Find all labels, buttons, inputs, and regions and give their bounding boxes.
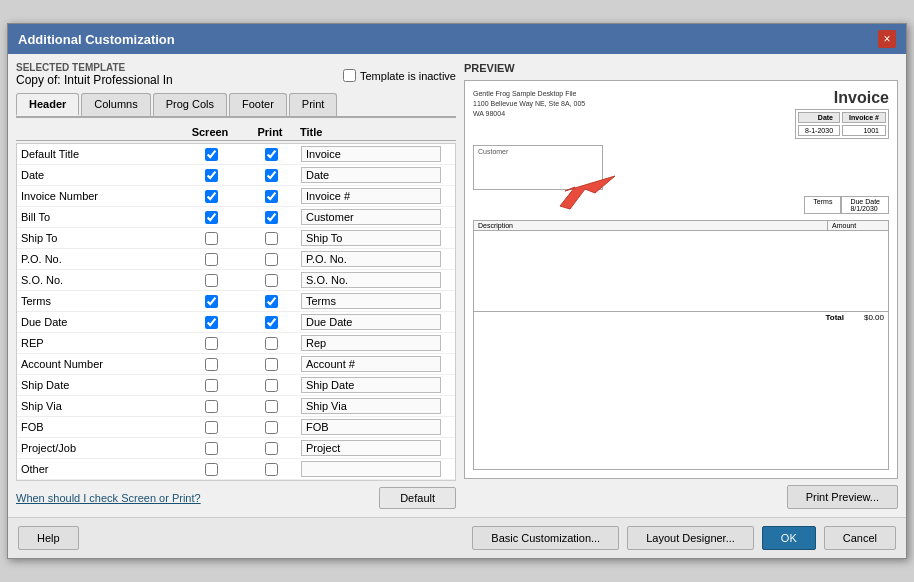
default-button[interactable]: Default	[379, 487, 456, 509]
ok-button[interactable]: OK	[762, 526, 816, 550]
basic-customization-button[interactable]: Basic Customization...	[472, 526, 619, 550]
table-row: Date	[17, 165, 455, 186]
print-checkbox[interactable]	[265, 421, 278, 434]
title-input[interactable]	[301, 335, 441, 351]
tab-print[interactable]: Print	[289, 93, 338, 116]
close-button[interactable]: ×	[878, 30, 896, 48]
print-checkbox[interactable]	[265, 442, 278, 455]
cancel-button[interactable]: Cancel	[824, 526, 896, 550]
table-row: Project/Job	[17, 438, 455, 459]
title-input[interactable]	[301, 314, 441, 330]
desc-table-header: Description Amount	[474, 221, 888, 231]
due-date-label: Due Date	[850, 198, 880, 205]
help-button[interactable]: Help	[18, 526, 79, 550]
print-checkbox[interactable]	[265, 463, 278, 476]
total-row: Total $0.00	[474, 311, 888, 323]
screen-checkbox[interactable]	[205, 253, 218, 266]
print-checkbox[interactable]	[265, 400, 278, 413]
print-checkbox[interactable]	[265, 379, 278, 392]
total-label: Total	[825, 313, 844, 322]
table-row: Terms	[17, 291, 455, 312]
title-input[interactable]	[301, 461, 441, 477]
screen-checkbox[interactable]	[205, 169, 218, 182]
title-input[interactable]	[301, 188, 441, 204]
col-title: Title	[300, 126, 452, 138]
tab-header[interactable]: Header	[16, 93, 79, 116]
print-checkbox[interactable]	[265, 232, 278, 245]
dialog-footer: Help Basic Customization... Layout Desig…	[8, 517, 906, 558]
due-date-value: 8/1/2030	[850, 205, 880, 212]
rows-scroll-area[interactable]: Default TitleDateInvoice NumberBill ToSh…	[16, 143, 456, 481]
print-checkbox-cell	[241, 379, 301, 392]
title-input[interactable]	[301, 167, 441, 183]
template-name: Copy of: Intuit Professional In	[16, 73, 173, 87]
table-row: Account Number	[17, 354, 455, 375]
screen-checkbox[interactable]	[205, 211, 218, 224]
screen-checkbox[interactable]	[205, 337, 218, 350]
total-value: $0.00	[864, 313, 884, 322]
screen-checkbox[interactable]	[205, 421, 218, 434]
row-label: FOB	[21, 421, 181, 433]
print-checkbox[interactable]	[265, 253, 278, 266]
print-checkbox[interactable]	[265, 295, 278, 308]
table-row: FOB	[17, 417, 455, 438]
print-checkbox[interactable]	[265, 148, 278, 161]
row-label: Date	[21, 169, 181, 181]
hint-link[interactable]: When should I check Screen or Print?	[16, 492, 201, 504]
template-info: SELECTED TEMPLATE Copy of: Intuit Profes…	[16, 62, 173, 87]
title-input[interactable]	[301, 356, 441, 372]
title-input[interactable]	[301, 251, 441, 267]
terms-cell: Terms	[804, 196, 841, 214]
title-input[interactable]	[301, 377, 441, 393]
screen-checkbox[interactable]	[205, 463, 218, 476]
screen-checkbox[interactable]	[205, 379, 218, 392]
title-input[interactable]	[301, 272, 441, 288]
screen-checkbox[interactable]	[205, 274, 218, 287]
print-checkbox-cell	[241, 400, 301, 413]
screen-checkbox[interactable]	[205, 316, 218, 329]
title-input[interactable]	[301, 230, 441, 246]
print-checkbox-cell	[241, 421, 301, 434]
print-checkbox[interactable]	[265, 190, 278, 203]
table-column-headers: Screen Print Title	[16, 124, 456, 141]
tab-footer[interactable]: Footer	[229, 93, 287, 116]
print-checkbox-cell	[241, 169, 301, 182]
screen-checkbox[interactable]	[205, 232, 218, 245]
title-input[interactable]	[301, 419, 441, 435]
row-label: Ship Via	[21, 400, 181, 412]
print-checkbox[interactable]	[265, 274, 278, 287]
tab-columns[interactable]: Columns	[81, 93, 150, 116]
desc-body	[474, 231, 888, 311]
dialog-title: Additional Customization	[18, 32, 175, 47]
screen-checkbox[interactable]	[205, 190, 218, 203]
screen-checkbox[interactable]	[205, 148, 218, 161]
table-row: Other	[17, 459, 455, 480]
tab-prog-cols[interactable]: Prog Cols	[153, 93, 227, 116]
layout-designer-button[interactable]: Layout Designer...	[627, 526, 754, 550]
screen-checkbox[interactable]	[205, 442, 218, 455]
inactive-checkbox[interactable]	[343, 69, 356, 82]
screen-checkbox[interactable]	[205, 358, 218, 371]
print-checkbox-cell	[241, 463, 301, 476]
screen-checkbox[interactable]	[205, 295, 218, 308]
screen-checkbox[interactable]	[205, 400, 218, 413]
title-input[interactable]	[301, 398, 441, 414]
screen-checkbox-cell	[181, 190, 241, 203]
print-checkbox-cell	[241, 337, 301, 350]
preview-label: PREVIEW	[464, 62, 898, 74]
company-name: Gentle Frog Sample Desktop File	[473, 89, 585, 99]
print-checkbox[interactable]	[265, 211, 278, 224]
tabs-bar: Header Columns Prog Cols Footer Print	[16, 93, 456, 118]
row-label: Other	[21, 463, 181, 475]
print-preview-button[interactable]: Print Preview...	[787, 485, 898, 509]
title-input[interactable]	[301, 209, 441, 225]
title-input[interactable]	[301, 146, 441, 162]
row-label: Account Number	[21, 358, 181, 370]
meta-date-value: 8-1-2030	[798, 125, 840, 136]
print-checkbox[interactable]	[265, 169, 278, 182]
title-input[interactable]	[301, 440, 441, 456]
print-checkbox[interactable]	[265, 316, 278, 329]
print-checkbox[interactable]	[265, 337, 278, 350]
print-checkbox[interactable]	[265, 358, 278, 371]
title-input[interactable]	[301, 293, 441, 309]
